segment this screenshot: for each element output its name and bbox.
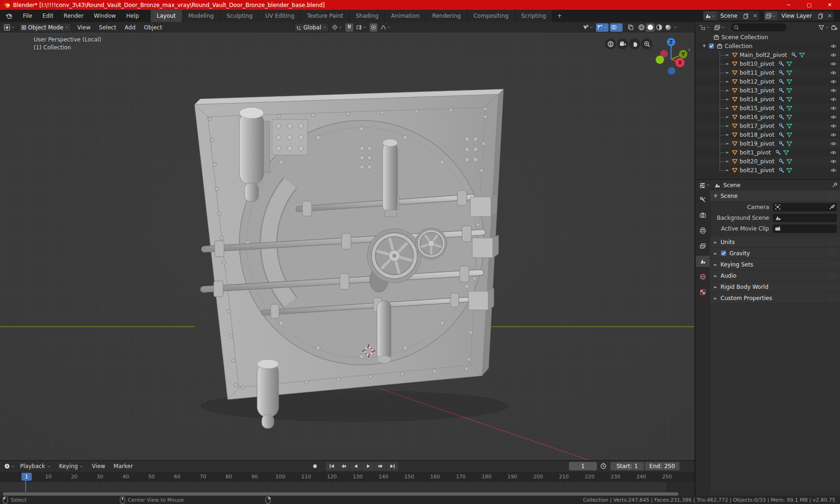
eye-icon[interactable] (830, 52, 837, 58)
mode-dropdown[interactable]: Object Mode (19, 23, 71, 32)
eyedropper-icon[interactable] (829, 204, 835, 210)
jump-end-button[interactable] (386, 462, 398, 471)
search-input[interactable] (741, 24, 780, 31)
prev-keyframe-button[interactable] (338, 462, 350, 471)
view-layer-browse-icon[interactable] (764, 11, 777, 21)
playhead[interactable] (25, 479, 26, 492)
eye-icon[interactable] (830, 114, 837, 120)
minimize-button[interactable]: ─ (778, 0, 799, 10)
object-label[interactable]: bolt20_pivot (740, 158, 774, 165)
maximize-button[interactable]: ▢ (799, 0, 819, 10)
object-label[interactable]: bolt1_pivot (740, 149, 771, 156)
menu-render[interactable]: Render (58, 10, 89, 22)
scene-panel-header[interactable]: ▼ Scene :::: (710, 190, 840, 202)
eye-icon[interactable] (830, 96, 837, 103)
expand-arrow-icon[interactable]: ► (725, 159, 730, 163)
next-keyframe-button[interactable] (374, 462, 386, 471)
eye-icon[interactable] (830, 158, 837, 165)
panel-keying-sets[interactable]: ► Keying Sets :::: (710, 259, 840, 270)
panel-units[interactable]: ► Units :::: (710, 237, 840, 248)
collection-checkbox[interactable] (708, 43, 714, 49)
pan-hand-icon[interactable] (629, 38, 640, 49)
eye-icon[interactable] (830, 70, 837, 76)
timeline-menu-playback[interactable]: Playback (16, 461, 55, 472)
shading-rendered-icon[interactable] (664, 23, 672, 32)
proportional-falloff-dropdown[interactable] (379, 23, 392, 32)
orthographic-grid-icon[interactable] (605, 38, 616, 49)
expand-arrow-icon[interactable]: ► (725, 115, 730, 119)
workspace-tab-modeling[interactable]: Modeling (182, 10, 221, 22)
expand-arrow-icon[interactable]: ► (725, 168, 730, 172)
view-layer-new-copy-icon[interactable] (816, 11, 826, 21)
outliner-row-bolt14-pivot[interactable]: ► bolt14_pivot (695, 95, 840, 104)
expand-arrow-icon[interactable]: ► (725, 97, 730, 101)
viewport-menu-select[interactable]: Select (95, 22, 120, 33)
eye-icon[interactable] (830, 123, 837, 129)
object-label[interactable]: bolt21_pivot (740, 167, 774, 174)
pin-icon[interactable] (832, 182, 838, 188)
object-label[interactable]: bolt12_pivot (740, 78, 774, 85)
editor-type-timeline-icon[interactable] (3, 462, 16, 470)
outliner-row-bolt10-pivot[interactable]: ► bolt10_pivot (695, 59, 840, 68)
properties-tab-render[interactable] (696, 210, 710, 221)
expand-arrow-icon[interactable]: ► (725, 106, 730, 110)
panel-drag-dots-icon[interactable]: :::: (829, 194, 837, 198)
workspace-tab-layout[interactable]: Layout (151, 10, 182, 22)
workspace-tab-scripting[interactable]: Scripting (515, 10, 553, 22)
start-frame-field[interactable]: Start:1 (610, 462, 644, 470)
editor-type-properties-icon[interactable] (698, 181, 711, 189)
panel-drag-dots-icon[interactable]: :::: (829, 273, 837, 278)
object-label[interactable]: bolt10_pivot (740, 61, 774, 67)
camera-field[interactable] (773, 203, 837, 211)
eye-icon[interactable] (830, 105, 837, 112)
transform-orientation-dropdown[interactable]: Global (294, 23, 329, 32)
object-label[interactable]: bolt18_pivot (740, 132, 774, 138)
outliner-row-bolt20-pivot[interactable]: ► bolt20_pivot (695, 157, 840, 166)
view-layer-name[interactable]: View Layer (777, 13, 816, 19)
new-collection-button[interactable] (830, 23, 839, 32)
gravity-checkbox[interactable] (721, 250, 727, 256)
viewport-menu-object[interactable]: Object (140, 22, 166, 33)
expand-arrow-icon[interactable]: ► (725, 70, 730, 75)
expand-arrow-icon[interactable]: ► (725, 79, 730, 84)
proportional-editing-toggle[interactable] (370, 23, 378, 32)
menu-file[interactable]: File (18, 10, 37, 22)
outliner-row-bolt18-pivot[interactable]: ► bolt18_pivot (695, 130, 840, 139)
workspace-tab-animation[interactable]: Animation (385, 10, 426, 22)
editor-type-3dview-icon[interactable] (3, 23, 16, 32)
selectability-dropdown[interactable] (581, 23, 595, 32)
properties-tab-view-layer[interactable] (696, 240, 710, 252)
panel-custom-properties[interactable]: ► Custom Properties :::: (710, 293, 840, 304)
workspace-tab-sculpting[interactable]: Sculpting (220, 10, 259, 22)
active-movie-clip-field[interactable] (773, 224, 837, 233)
eye-icon[interactable] (830, 167, 837, 174)
outliner-row-bolt19-pivot[interactable]: ► bolt19_pivot (695, 139, 840, 148)
scene-new-copy-icon[interactable] (741, 11, 751, 21)
timeline-ruler[interactable]: 1020304050607080901001101201301401501601… (0, 472, 694, 482)
scene-unlink-icon[interactable]: ✕ (751, 11, 759, 21)
expand-arrow-icon[interactable]: ► (725, 150, 730, 154)
properties-tab-scene[interactable] (696, 256, 710, 267)
close-button[interactable]: ✕ (819, 0, 840, 10)
object-label[interactable]: Main_bolt2_pivot (740, 52, 787, 58)
eye-icon[interactable] (830, 43, 837, 49)
snap-magnet-toggle[interactable] (345, 23, 353, 32)
object-label[interactable]: bolt14_pivot (740, 96, 774, 103)
panel-drag-dots-icon[interactable]: :::: (829, 296, 837, 301)
scene-browse-icon[interactable] (703, 11, 717, 21)
shading-material-preview-icon[interactable] (655, 23, 664, 32)
play-button[interactable] (362, 462, 374, 471)
current-frame-field[interactable]: 1 (569, 462, 597, 470)
add-workspace-button[interactable]: + (553, 10, 567, 22)
object-label[interactable]: bolt15_pivot (740, 105, 774, 112)
properties-tab-texture[interactable] (696, 287, 710, 298)
workspace-tab-texture-paint[interactable]: Texture Paint (301, 10, 350, 22)
expand-arrow-icon[interactable]: ► (725, 141, 730, 146)
timeline-menu-marker[interactable]: Marker (109, 461, 137, 472)
outliner-row-bolt12-pivot[interactable]: ► bolt12_pivot (695, 77, 840, 86)
region-collapse-arrow[interactable]: ‹ (688, 46, 691, 53)
object-label[interactable]: bolt19_pivot (740, 140, 774, 147)
outliner-row-main-bolt2-pivot[interactable]: ► Main_bolt2_pivot (695, 50, 840, 59)
object-label[interactable]: bolt17_pivot (740, 123, 774, 129)
eye-icon[interactable] (830, 132, 837, 138)
